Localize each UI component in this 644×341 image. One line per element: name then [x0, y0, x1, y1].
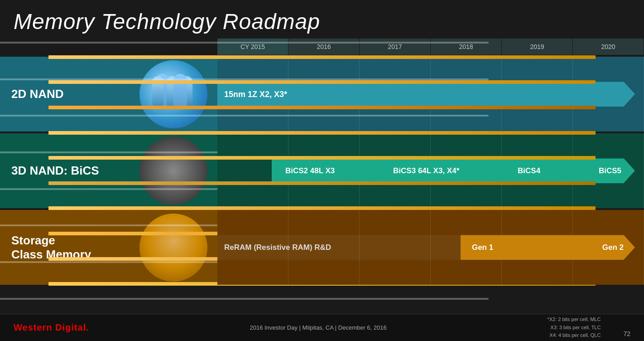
scm-layer-9	[139, 257, 207, 261]
timeline-scm: ReRAM (Resistive RAM) R&D Gen 1 Gen 2	[217, 210, 644, 285]
scm-layer-8	[139, 232, 207, 235]
bics5-label: BiCS5	[599, 166, 621, 175]
page-number: 72	[623, 330, 630, 340]
gen1-label: Gen 1	[472, 243, 493, 252]
circle-scm	[139, 214, 207, 282]
bar-gen-content: Gen 1 Gen 2	[472, 243, 624, 252]
roadmap-container: CY 2015 2016 2017 2018 2019 2020 2D NAND	[0, 39, 644, 314]
footer-note-3: X4: 4 bits per cell, QLC	[547, 331, 601, 340]
image-scm	[129, 210, 217, 285]
footer-note-1: *X2: 2 bits per cell, MLC	[547, 316, 601, 324]
footer-notes: *X2: 2 bits per cell, MLC X3: 3 bits per…	[547, 316, 601, 340]
row-scm: Storage Class Memory	[0, 210, 644, 285]
bar-reram: ReRAM (Resistive RAM) R&D	[217, 235, 461, 260]
footer-note-2: X3: 3 bits per cell, TLC	[547, 324, 601, 332]
gen2-label: Gen 2	[602, 243, 624, 252]
reram-text: ReRAM (Resistive RAM) R&D	[224, 243, 331, 252]
footer-right-area: *X2: 2 bits per cell, MLC X3: 3 bits per…	[547, 316, 630, 340]
scm-layers	[139, 214, 207, 282]
slide: Memory Technology Roadmap CY 2015 2016 2…	[0, 0, 644, 341]
bar-gen: Gen 1 Gen 2	[461, 235, 635, 260]
